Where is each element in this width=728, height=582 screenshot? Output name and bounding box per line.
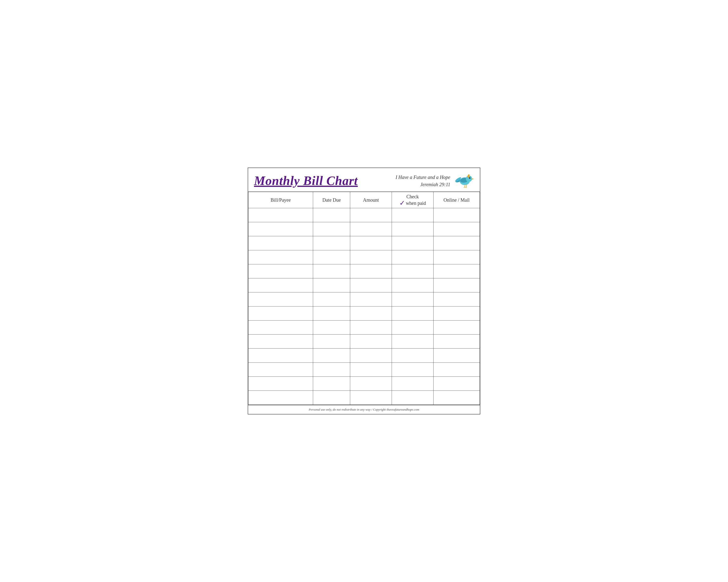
table-cell [350,377,392,391]
table-cell [392,306,434,321]
table-cell [249,293,313,306]
table-cell [350,293,392,306]
col-header-online-mail: Online / Mail [433,192,479,208]
checkmark-icon: ✓ [399,200,405,206]
table-cell [313,265,350,278]
table-cell [249,335,313,349]
table-cell [313,321,350,335]
tagline-and-bird: I Have a Future and a Hope Jeremiah 29:1… [395,172,474,189]
table-cell [392,335,434,349]
table-cell [392,321,434,335]
table-cell [313,349,350,363]
table-row [249,250,480,265]
check-label-row: ✓ when paid [399,200,426,206]
table-cell [249,236,313,250]
table-cell [350,250,392,265]
table-row [249,321,480,335]
table-row [249,377,480,391]
main-title: Monthly Bill Chart [254,174,358,188]
table-cell [433,349,479,363]
table-cell [249,250,313,265]
col-header-bill-payee: Bill/Payee [249,192,313,208]
col-header-amount: Amount [350,192,392,208]
table-cell [313,222,350,236]
table-header-row: Bill/Payee Date Due Amount Check ✓ when … [249,192,480,208]
header: Monthly Bill Chart I Have a Future and a… [248,168,480,192]
table-row [249,335,480,349]
col-header-check-when-paid: Check ✓ when paid [392,192,434,208]
table-cell [313,208,350,222]
table-cell [433,278,479,293]
table-row [249,391,480,405]
table-cell [392,349,434,363]
bird-icon [454,172,474,189]
table-cell [313,250,350,265]
page-container: Monthly Bill Chart I Have a Future and a… [248,168,480,414]
table-cell [433,222,479,236]
table-cell [249,377,313,391]
table-body [249,208,480,405]
table-cell [350,278,392,293]
table-cell [313,306,350,321]
table-cell [350,265,392,278]
table-cell [433,306,479,321]
table-cell [392,250,434,265]
header-right: I Have a Future and a Hope Jeremiah 29:1… [395,172,474,189]
table-row [249,278,480,293]
svg-point-7 [470,177,470,178]
footer-text: Personal use only, do not redistribute i… [309,408,419,411]
table-cell [313,278,350,293]
check-header-content: Check ✓ when paid [393,193,432,206]
table-cell [392,208,434,222]
table-cell [313,236,350,250]
table-row [249,208,480,222]
table-cell [433,391,479,405]
table-cell [313,377,350,391]
table-cell [313,391,350,405]
svg-line-13 [465,187,466,188]
table-cell [392,363,434,377]
table-cell [433,335,479,349]
table-cell [392,391,434,405]
table-cell [249,321,313,335]
svg-line-11 [464,187,465,188]
table-row [249,306,480,321]
table-row [249,265,480,278]
table-cell [350,306,392,321]
table-cell [350,335,392,349]
table-row [249,293,480,306]
table-cell [392,265,434,278]
table-cell [249,306,313,321]
tagline-line2: Jeremiah 29:11 [420,181,450,188]
col-header-date-due: Date Due [313,192,350,208]
table-row [249,236,480,250]
table-row [249,349,480,363]
tagline-line1: I Have a Future and a Hope [395,173,450,181]
table-cell [249,222,313,236]
table-cell [350,321,392,335]
table-cell [249,265,313,278]
svg-line-10 [466,185,467,187]
table-cell [249,278,313,293]
table-cell [433,265,479,278]
table-cell [313,293,350,306]
title-block: Monthly Bill Chart [254,174,358,188]
table-cell [433,377,479,391]
table-cell [392,293,434,306]
table-cell [350,391,392,405]
footer: Personal use only, do not redistribute i… [248,405,480,414]
table-row [249,363,480,377]
table-cell [433,363,479,377]
table-cell [392,278,434,293]
table-cell [249,349,313,363]
table-cell [249,363,313,377]
bill-table: Bill/Payee Date Due Amount Check ✓ when … [248,192,480,405]
table-cell [350,208,392,222]
table-cell [313,335,350,349]
table-cell [350,222,392,236]
table-cell [249,391,313,405]
table-cell [350,349,392,363]
table-cell [350,236,392,250]
table-cell [392,377,434,391]
table-cell [392,222,434,236]
